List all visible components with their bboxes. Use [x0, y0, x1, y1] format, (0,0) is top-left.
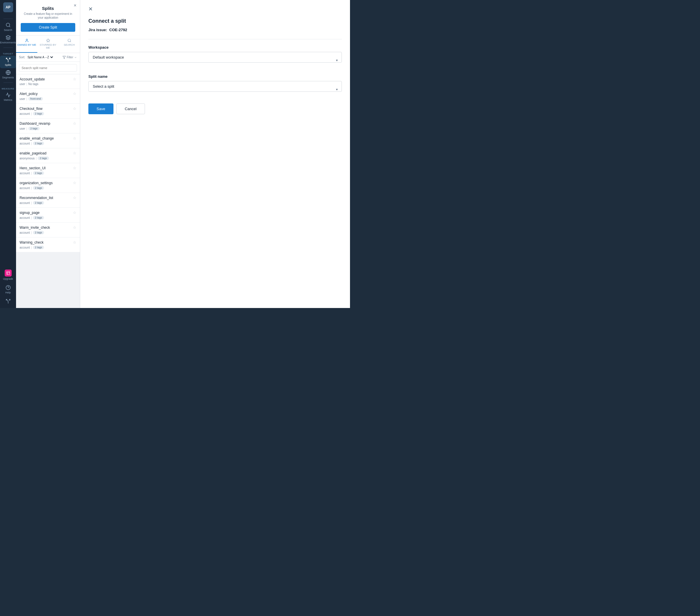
sidebar-item-label: Search: [4, 28, 12, 31]
star-button[interactable]: ☆: [73, 196, 76, 200]
splits-panel-subtitle: Create a feature flag or experiment in y…: [21, 12, 75, 20]
save-button[interactable]: Save: [88, 103, 113, 114]
workspace-select[interactable]: Default workspace: [88, 52, 342, 63]
star-button[interactable]: ☆: [73, 151, 76, 155]
split-name-select-wrapper: Select a split ▾: [88, 81, 342, 98]
tab-starred-label: STARRED BY ME: [38, 43, 58, 49]
split-item[interactable]: enable_email_change account | 2 tags ☆: [16, 133, 80, 148]
modal-close-button[interactable]: ✕: [88, 6, 93, 12]
sidebar-divider-1: [3, 48, 13, 48]
cancel-button[interactable]: Cancel: [116, 103, 145, 114]
sidebar-item-label: Environments: [0, 41, 16, 44]
sidebar-divider-top: [3, 18, 13, 19]
star-button[interactable]: ☆: [73, 77, 76, 81]
sort-label: Sort:: [19, 56, 25, 59]
star-button[interactable]: ☆: [73, 181, 76, 185]
star-button[interactable]: ☆: [73, 121, 76, 125]
search-box: [16, 62, 80, 74]
sidebar-bottom: Upgrade Help: [0, 268, 16, 306]
sidebar-item-label: Segments: [2, 76, 14, 79]
upgrade-icon: [6, 271, 10, 275]
sidebar-item-environments[interactable]: Environments: [0, 33, 16, 46]
splits-list: Account_update user | No tags ☆ Alert_po…: [16, 74, 80, 308]
tab-owned-label: OWNED BY ME: [17, 43, 36, 46]
avatar[interactable]: AP: [3, 2, 13, 12]
jira-issue-label: Jira issue:: [88, 28, 107, 32]
target-section-label: TARGET: [3, 52, 13, 55]
connect-split-modal: ✕ Connect a split Jira issue: COE-2792 W…: [80, 0, 350, 308]
split-item[interactable]: Warm_invite_check account | 2 tags ☆: [16, 223, 80, 238]
sidebar-item-search[interactable]: Search: [0, 21, 16, 33]
tab-search-label: SEARCH: [64, 43, 75, 46]
star-button[interactable]: ☆: [73, 240, 76, 244]
search-split-input[interactable]: [19, 64, 77, 72]
split-item[interactable]: organization_settings account | 2 tags ☆: [16, 178, 80, 193]
person-icon: [25, 38, 29, 42]
filter-chevron-icon: [74, 56, 77, 59]
sort-select[interactable]: Split Name A→Z: [26, 55, 54, 59]
split-item[interactable]: Account_update user | No tags ☆: [16, 74, 80, 89]
svg-rect-3: [7, 272, 10, 275]
star-button[interactable]: ☆: [73, 136, 76, 140]
split-item[interactable]: Hero_section_UI account | 2 tags ☆: [16, 163, 80, 178]
sidebar-item-split-logo[interactable]: [0, 297, 16, 306]
workspace-label: Workspace: [88, 45, 342, 50]
split-item[interactable]: enable_pageload anonymous | 2 tags ☆: [16, 148, 80, 163]
sidebar-item-upgrade[interactable]: Upgrade: [2, 268, 14, 282]
splits-tabs: OWNED BY ME STARRED BY ME SEARCH: [16, 36, 80, 53]
split-logo-icon: [5, 299, 11, 304]
splits-panel-title: Splits: [21, 6, 75, 11]
create-split-button[interactable]: Create Split: [21, 23, 75, 32]
jira-issue-row: Jira issue: COE-2792: [88, 28, 342, 32]
metrics-icon: [5, 92, 11, 98]
splits-panel: × Splits Create a feature flag or experi…: [16, 0, 80, 308]
split-item[interactable]: Recommendation_list account | 2 tags ☆: [16, 193, 80, 208]
split-name-select[interactable]: Select a split: [88, 81, 342, 92]
split-item[interactable]: Alert_policy user | front-end ☆: [16, 89, 80, 104]
search-icon: [5, 23, 11, 28]
filter-button[interactable]: Filter: [62, 56, 77, 59]
svg-point-0: [6, 23, 10, 26]
filter-icon: [62, 56, 66, 59]
star-button[interactable]: ☆: [73, 166, 76, 170]
splits-panel-close-button[interactable]: ×: [74, 3, 76, 8]
sidebar: AP Search Environments TARGET Splits Seg…: [0, 0, 16, 308]
svg-point-8: [68, 39, 70, 42]
star-button[interactable]: ☆: [73, 226, 76, 229]
tab-owned-by-me[interactable]: OWNED BY ME: [16, 36, 37, 53]
layers-icon: [5, 35, 11, 40]
sidebar-item-segments[interactable]: Segments: [0, 68, 16, 81]
tab-starred-by-me[interactable]: STARRED BY ME: [37, 36, 59, 53]
star-button[interactable]: ☆: [73, 107, 76, 111]
help-icon: [5, 285, 11, 290]
measure-section-label: MEASURE: [2, 87, 15, 90]
segments-icon: [5, 70, 11, 75]
split-item[interactable]: Warning_check account | 2 tags ☆: [16, 238, 80, 252]
modal-actions: Save Cancel: [88, 103, 342, 114]
sort-filter-row: Sort: Split Name A→Z Filter: [16, 53, 80, 62]
star-icon: [46, 38, 50, 42]
sidebar-item-label: Help: [5, 291, 11, 294]
split-item[interactable]: signup_page account | 2 tags ☆: [16, 208, 80, 223]
svg-point-6: [26, 39, 27, 40]
sidebar-item-label: Splits: [5, 64, 11, 66]
star-button[interactable]: ☆: [73, 211, 76, 215]
modal-body: Connect a split Jira issue: COE-2792 Wor…: [80, 12, 350, 308]
modal-divider: [88, 39, 342, 39]
split-item[interactable]: Checkout_flow account | 2 tags ☆: [16, 104, 80, 119]
svg-marker-1: [6, 36, 10, 38]
splits-icon: [5, 57, 11, 63]
svg-marker-7: [46, 39, 50, 42]
split-item[interactable]: Dashboard_revamp user | 2 tags ☆: [16, 119, 80, 133]
sidebar-divider-2: [3, 82, 13, 83]
sidebar-item-metrics[interactable]: Metrics: [0, 91, 16, 103]
tab-search[interactable]: SEARCH: [59, 36, 80, 53]
sidebar-item-help[interactable]: Help: [0, 283, 16, 296]
workspace-select-wrapper: Default workspace ▾: [88, 52, 342, 68]
jira-issue-value: COE-2792: [109, 28, 127, 32]
star-button[interactable]: ☆: [73, 92, 76, 95]
sidebar-item-splits[interactable]: Splits: [0, 56, 16, 68]
splits-panel-header: × Splits Create a feature flag or experi…: [16, 0, 80, 36]
modal-title: Connect a split: [88, 18, 342, 24]
svg-marker-9: [63, 56, 66, 59]
